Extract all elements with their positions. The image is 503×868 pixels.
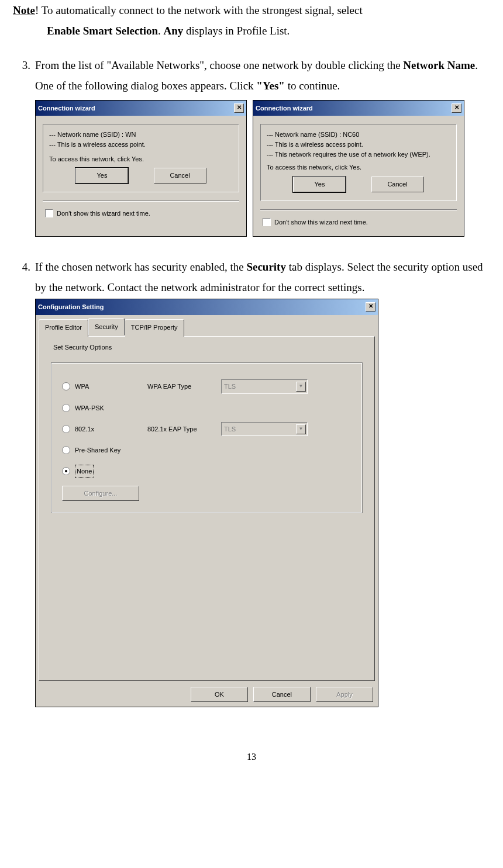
note-text1: ! To automatically connect to the networ… <box>35 4 363 16</box>
configure-button[interactable]: Configure... <box>62 486 139 501</box>
message-panel: --- Network name (SSID) : NC60 --- This … <box>260 124 457 201</box>
titlebar: Configuration Setting ✕ <box>36 299 378 314</box>
close-icon[interactable]: ✕ <box>234 103 244 113</box>
security-tab-panel: Set Security Options WPA WPA EAP Type TL… <box>39 336 375 681</box>
tab-security[interactable]: Security <box>88 318 125 336</box>
step-number: 3. <box>13 55 35 243</box>
checkbox-label: Don't show this wizard next time. <box>274 216 368 228</box>
groupbox-label: Set Security Options <box>51 344 114 351</box>
note-bold2: Any <box>164 25 184 37</box>
ok-button[interactable]: OK <box>191 687 248 702</box>
checkbox-label: Don't show this wizard next time. <box>57 208 150 219</box>
note-tail: displays in Profile List. <box>183 25 290 37</box>
chevron-down-icon: ▼ <box>296 382 306 392</box>
chevron-down-icon: ▼ <box>296 424 306 434</box>
titlebar: Connection wizard ✕ <box>36 101 246 116</box>
configuration-setting-dialog: Configuration Setting ✕ Profile Editor S… <box>35 299 378 707</box>
cancel-button[interactable]: Cancel <box>371 177 424 192</box>
close-icon[interactable]: ✕ <box>366 302 375 312</box>
radio-wpa[interactable] <box>62 382 70 390</box>
page-number: 13 <box>0 748 503 766</box>
tabstrip: Profile Editor Security TCP/IP Property <box>36 315 378 336</box>
combo-value: TLS <box>224 423 236 435</box>
window-title: Connection wizard <box>256 102 313 114</box>
apply-button[interactable]: Apply <box>316 687 373 702</box>
connection-wizard-dialog-2: Connection wizard ✕ --- Network name (SS… <box>253 100 464 237</box>
wpa-eap-type-combo[interactable]: TLS ▼ <box>221 379 308 393</box>
window-title: Connection wizard <box>38 102 95 114</box>
tab-profile-editor[interactable]: Profile Editor <box>39 319 88 337</box>
8021x-eap-type-label: 802.1x EAP Type <box>147 423 212 435</box>
security-options-group: WPA WPA EAP Type TLS ▼ WPA-PSK <box>51 362 363 513</box>
radio-8021x[interactable] <box>62 425 70 433</box>
note-prefix: Note <box>13 4 35 16</box>
note-bold1: Enable Smart Selection <box>47 25 158 37</box>
checkbox-dont-show[interactable] <box>263 218 271 226</box>
titlebar: Connection wizard ✕ <box>253 101 464 116</box>
radio-preshared-key[interactable] <box>62 446 70 454</box>
yes-button[interactable]: Yes <box>293 177 346 192</box>
cancel-button[interactable]: Cancel <box>154 168 206 183</box>
combo-value: TLS <box>224 381 236 392</box>
step-3: 3. From the list of "Available Networks"… <box>13 55 490 243</box>
wpa-eap-type-label: WPA EAP Type <box>147 381 212 392</box>
8021x-eap-type-combo[interactable]: TLS ▼ <box>221 422 308 436</box>
step-number: 4. <box>13 257 35 707</box>
tab-tcpip[interactable]: TCP/IP Property <box>125 319 184 337</box>
cancel-button[interactable]: Cancel <box>253 687 311 702</box>
close-icon[interactable]: ✕ <box>452 103 461 113</box>
radio-wpa-psk[interactable] <box>62 404 70 412</box>
note-block: Note! To automatically connect to the ne… <box>13 0 490 41</box>
yes-button[interactable]: Yes <box>75 168 128 183</box>
step-4: 4. If the chosen network has security en… <box>13 257 490 707</box>
radio-none[interactable] <box>62 467 70 475</box>
connection-wizard-dialog-1: Connection wizard ✕ --- Network name (SS… <box>35 100 247 237</box>
message-panel: --- Network name (SSID) : WN --- This is… <box>43 124 239 192</box>
checkbox-dont-show[interactable] <box>45 209 53 217</box>
window-title: Configuration Setting <box>38 301 104 313</box>
